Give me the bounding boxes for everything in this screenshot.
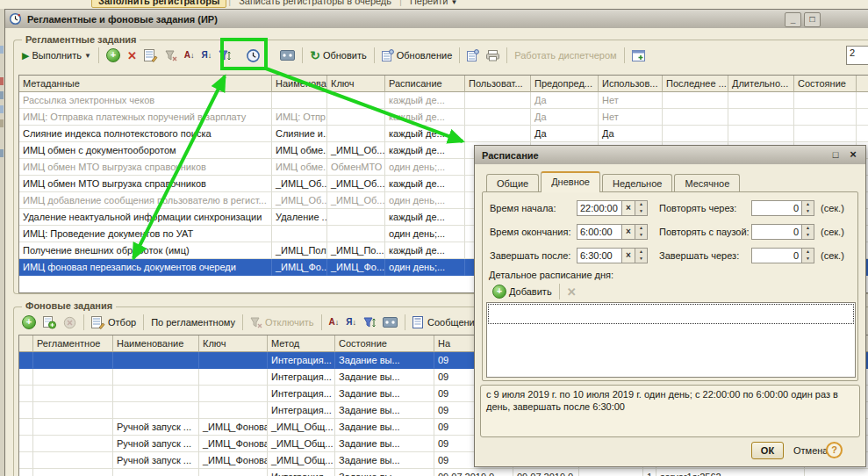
by-scheduled-button[interactable]: По регламентному bbox=[147, 314, 239, 330]
clear-icon[interactable]: × bbox=[622, 224, 635, 240]
finish-after-input[interactable]: 6:30:00 bbox=[577, 248, 622, 263]
tab-common[interactable]: Общие bbox=[486, 174, 539, 192]
add-detail-button[interactable]: +Добавить bbox=[489, 282, 556, 301]
ok-button[interactable]: ОК bbox=[751, 442, 784, 459]
start-time-spinner[interactable]: ▲▼ bbox=[635, 200, 648, 216]
finish-after-spinner[interactable]: ▲▼ bbox=[635, 248, 648, 263]
minimize-button[interactable]: _ bbox=[785, 12, 801, 27]
window-title: Регламентные и фоновые задания (ИР) bbox=[27, 14, 218, 25]
filter-settings-button[interactable] bbox=[215, 47, 234, 64]
table-row[interactable]: Интеграция...Задание вы...09.07.2019 0..… bbox=[19, 469, 868, 476]
print-button[interactable] bbox=[483, 47, 503, 64]
delete-button[interactable]: ✕ bbox=[124, 47, 140, 64]
clear-filter-button[interactable] bbox=[161, 47, 181, 64]
column-header[interactable]: Последнее ... bbox=[663, 76, 728, 92]
goto-menu-button[interactable]: Перейти ▼ bbox=[404, 0, 464, 7]
close-icon[interactable]: × bbox=[846, 148, 860, 162]
schedule-button[interactable] bbox=[242, 46, 264, 66]
table-cell bbox=[327, 209, 385, 226]
table-cell: server1s:2562 bbox=[656, 469, 805, 476]
work-as-dispatcher-button[interactable]: Работать диспетчером bbox=[511, 47, 620, 63]
column-header[interactable]: Предопред... bbox=[531, 76, 599, 92]
refresh-period-input[interactable]: 2 bbox=[846, 46, 868, 65]
detail-schedule-list[interactable] bbox=[486, 302, 856, 378]
film-icon bbox=[383, 317, 398, 328]
table-row[interactable]: Рассылка электронных чековкаждый де...Да… bbox=[19, 92, 868, 109]
maximize-button[interactable]: □ bbox=[804, 12, 821, 27]
column-header[interactable] bbox=[857, 76, 868, 92]
execute-button[interactable]: ▶ Выполнить ▼ bbox=[18, 47, 95, 63]
window-titlebar[interactable]: Регламентные и фоновые задания (ИР) _ □ bbox=[5, 10, 868, 28]
clear-icon[interactable]: × bbox=[622, 200, 635, 216]
finish-in-spinner[interactable]: ▲▼ bbox=[802, 248, 814, 263]
sort-desc-button[interactable]: Я↓ bbox=[342, 315, 360, 329]
table-cell: Удаление неактуальной информации синхрон… bbox=[19, 209, 272, 226]
edit-button[interactable] bbox=[140, 47, 161, 65]
refresh-button[interactable]: ↻Обновить bbox=[306, 47, 370, 63]
messages-button[interactable]: Сообщения bbox=[409, 314, 484, 331]
table-cell: ОбменМТО bbox=[327, 159, 385, 176]
update-button[interactable]: Обновление bbox=[378, 47, 456, 64]
sort-asc-button[interactable]: А↓ bbox=[181, 48, 198, 62]
clear-icon[interactable]: × bbox=[622, 248, 635, 263]
tab-daily[interactable]: Дневное bbox=[541, 171, 600, 192]
new-window-button[interactable] bbox=[628, 47, 649, 64]
column-header[interactable]: Метод bbox=[268, 335, 335, 352]
log-button[interactable] bbox=[276, 47, 298, 63]
table-row[interactable]: ИМЦ: Отправка платежных поручений в зарп… bbox=[19, 109, 868, 126]
table-cell bbox=[327, 226, 385, 242]
table-cell bbox=[327, 92, 385, 109]
start-time-input[interactable]: 22:00:00 bbox=[577, 200, 622, 216]
column-header[interactable]: Регламентное bbox=[33, 335, 113, 352]
column-header[interactable]: Ключ bbox=[199, 335, 268, 352]
detail-toolbar: +Добавить ✕ bbox=[489, 283, 580, 300]
table-cell: _ИМЦ_Пол... bbox=[272, 242, 327, 259]
sort-desc-button[interactable]: Я↓ bbox=[198, 48, 216, 62]
list-settings-button[interactable] bbox=[463, 47, 483, 64]
table-row[interactable]: Слияние индекса полнотекстового поискаСл… bbox=[19, 126, 868, 142]
column-header[interactable]: Длительно... bbox=[728, 76, 794, 92]
table-cell: Ручной запуск ... bbox=[113, 452, 199, 469]
add-button[interactable]: + bbox=[18, 313, 39, 332]
repeat-pause-input[interactable]: 0 bbox=[751, 224, 802, 240]
repeat-pause-label: Повторять с паузой: bbox=[659, 227, 750, 237]
help-button[interactable]: ? bbox=[826, 442, 843, 458]
column-header[interactable]: Состояние bbox=[794, 76, 857, 92]
dialog-titlebar[interactable]: Расписание □ × bbox=[475, 146, 865, 164]
separator bbox=[506, 47, 507, 63]
fill-registrars-button[interactable]: Заполнить регистраторы bbox=[91, 0, 226, 8]
column-header[interactable]: Наименование bbox=[113, 335, 199, 352]
table-cell: Да bbox=[531, 126, 599, 142]
filter-settings-button[interactable] bbox=[360, 314, 379, 331]
column-header[interactable]: Расписание bbox=[385, 76, 465, 92]
detail-schedule-label: Детальное расписание дня: bbox=[489, 270, 613, 280]
empty-row-marquee[interactable] bbox=[488, 304, 854, 324]
table-cell: ИМЦ обмен с документооборотом bbox=[19, 142, 272, 159]
table-cell: _ИМЦ_Общ... bbox=[268, 452, 335, 469]
column-header[interactable] bbox=[19, 335, 33, 352]
write-registrars-button[interactable]: Записать регистраторы в очередь bbox=[233, 0, 398, 7]
end-time-input[interactable]: 6:00:00 bbox=[577, 224, 622, 240]
column-header[interactable]: Пользоват... bbox=[465, 76, 531, 92]
cancel-job-button[interactable] bbox=[60, 314, 80, 332]
finish-in-input[interactable]: 0 bbox=[751, 248, 802, 263]
column-header[interactable]: Метаданные bbox=[19, 76, 272, 92]
column-header[interactable]: Наименова... bbox=[272, 76, 327, 92]
add-copy-button[interactable] bbox=[39, 314, 60, 332]
add-button[interactable]: + bbox=[103, 46, 124, 65]
disable-filter-button[interactable]: Отключить bbox=[247, 314, 318, 331]
column-header[interactable]: Использов... bbox=[599, 76, 663, 92]
column-header[interactable]: Состояние bbox=[335, 335, 434, 352]
log-button[interactable] bbox=[379, 314, 401, 330]
sort-asc-button[interactable]: А↓ bbox=[326, 315, 343, 329]
column-header[interactable]: Ключ bbox=[327, 76, 385, 92]
tab-monthly[interactable]: Месячное bbox=[674, 174, 740, 192]
end-time-spinner[interactable]: ▲▼ bbox=[635, 224, 648, 240]
repeat-every-input[interactable]: 0 bbox=[751, 200, 802, 216]
repeat-pause-spinner[interactable]: ▲▼ bbox=[802, 224, 814, 240]
maximize-button[interactable]: □ bbox=[829, 148, 843, 162]
filter-button[interactable]: Отбор bbox=[88, 314, 140, 332]
delete-detail-button[interactable]: ✕ bbox=[563, 284, 580, 300]
tab-weekly[interactable]: Недельное bbox=[602, 174, 672, 192]
repeat-every-spinner[interactable]: ▲▼ bbox=[802, 200, 814, 216]
